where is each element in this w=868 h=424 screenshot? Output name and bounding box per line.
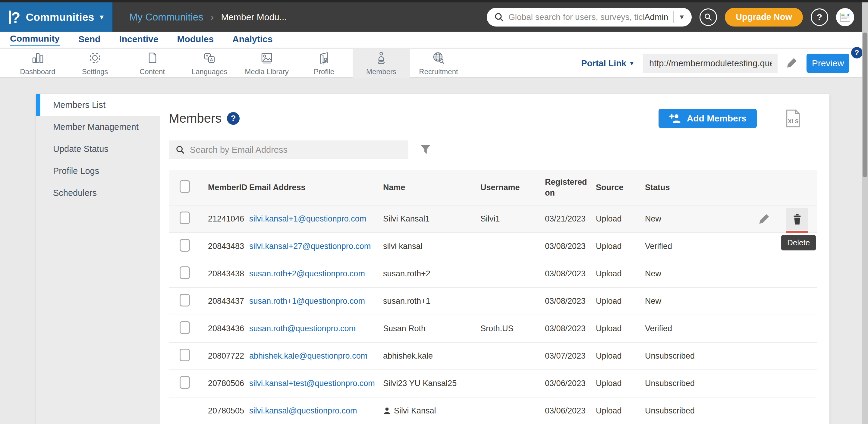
toolbar-item-content[interactable]: Content	[124, 49, 181, 78]
toolbar-item-recruitment[interactable]: Recruitment	[410, 49, 467, 78]
export-xls-button[interactable]: XLS	[784, 109, 801, 128]
member-registered-on: 03/07/2023	[545, 351, 596, 361]
row-checkbox[interactable]	[180, 321, 190, 334]
members-card: Members List Member Management Update St…	[36, 94, 830, 424]
scope-chevron-down-icon[interactable]: ▼	[678, 13, 685, 21]
breadcrumb: My Communities › Member Modu...	[129, 11, 287, 23]
member-source: Upload	[596, 242, 645, 251]
sidebar-item-members-list[interactable]: Members List	[36, 94, 160, 116]
search-button[interactable]	[700, 8, 717, 26]
help-button[interactable]: ?	[811, 8, 828, 26]
member-id: 20843437	[208, 297, 249, 306]
row-checkbox[interactable]	[180, 376, 190, 389]
table-row: 20780506 silvi.kansal+test@questionpro.c…	[169, 370, 817, 397]
header-member-id: MemberID	[208, 183, 249, 192]
edit-url-icon[interactable]	[786, 57, 798, 70]
portal-link-dropdown[interactable]: Portal Link ▼	[581, 58, 635, 68]
search-icon	[494, 12, 504, 22]
member-email-link[interactable]: susan.roth+2@questionpro.com	[249, 269, 365, 278]
tab-send[interactable]: Send	[79, 34, 100, 46]
upgrade-now-button[interactable]: Upgrade Now	[725, 8, 803, 27]
member-email-link[interactable]: susan.roth@questionpro.com	[249, 324, 355, 333]
members-help-icon[interactable]: ?	[227, 112, 240, 125]
toolbar-item-members[interactable]: Members	[352, 49, 410, 78]
top-bar-actions: Admin ▼ Upgrade Now ?	[487, 8, 868, 27]
member-id: 21241046	[208, 214, 249, 223]
member-source: Upload	[596, 324, 645, 333]
select-all-checkbox[interactable]	[180, 180, 190, 193]
toolbar-item-settings[interactable]: Settings	[66, 49, 124, 78]
edit-member-icon[interactable]	[758, 213, 770, 225]
page-scrollbar[interactable]	[862, 2, 868, 424]
filter-icon[interactable]	[419, 144, 432, 156]
preview-button-wrap: Preview ?	[807, 54, 849, 73]
search-icon	[176, 145, 185, 155]
breadcrumb-my-communities[interactable]: My Communities	[129, 11, 204, 23]
header-email: Email Address	[249, 183, 383, 192]
toolbar-item-profile[interactable]: Profile	[296, 49, 352, 78]
preview-help-icon[interactable]: ?	[851, 47, 863, 58]
global-search-input[interactable]	[508, 12, 644, 22]
table-row: 20807722 abhishek.kale@questionpro.com a…	[169, 343, 817, 370]
primary-nav: Community Send Incentive Modules Analyti…	[0, 32, 868, 48]
questionpro-logo-icon: ?	[9, 9, 21, 25]
person-icon	[383, 407, 391, 415]
member-email-link[interactable]: susan.roth+1@questionpro.com	[249, 297, 365, 306]
row-checkbox[interactable]	[180, 212, 190, 224]
sidebar-item-schedulers[interactable]: Schedulers	[36, 182, 160, 204]
member-search-input[interactable]	[190, 145, 402, 155]
delete-member-button[interactable]: Delete	[786, 208, 808, 230]
tab-incentive[interactable]: Incentive	[119, 34, 158, 46]
add-person-icon	[669, 112, 682, 125]
row-checkbox[interactable]	[180, 266, 190, 279]
portal-url-field[interactable]	[643, 54, 778, 73]
member-registered-on: 03/08/2023	[545, 268, 596, 279]
divider	[673, 11, 674, 23]
member-email-link[interactable]: silvi.kansal+27@questionpro.com	[249, 242, 371, 251]
product-switcher[interactable]: ? Communities ▾	[0, 2, 113, 32]
search-scope-admin[interactable]: Admin	[644, 12, 668, 22]
member-registered-on: 03/06/2023	[545, 378, 596, 389]
member-pin-icon	[374, 51, 389, 65]
member-name: Silvi23 YU Kansal25	[383, 379, 457, 388]
sidebar-item-member-management[interactable]: Member Management	[36, 116, 160, 138]
header-source: Source	[596, 183, 645, 192]
toolbar-item-languages[interactable]: * A Languages	[181, 49, 238, 78]
row-checkbox[interactable]	[180, 294, 190, 306]
delete-tooltip: Delete	[781, 235, 816, 250]
global-search[interactable]: Admin ▼	[487, 8, 692, 27]
member-status: Unsubscribed	[645, 352, 719, 361]
chevron-down-icon: ▼	[629, 60, 635, 67]
tab-analytics[interactable]: Analytics	[232, 34, 273, 46]
member-status: New	[645, 269, 719, 278]
member-name: Silvi Kansal1	[383, 214, 430, 223]
member-email-link[interactable]: abhishek.kale@questionpro.com	[249, 352, 367, 360]
member-search[interactable]	[169, 141, 408, 159]
member-source: Upload	[596, 406, 645, 416]
table-row: 20780505 silvi.kansal@questionpro.com Si…	[169, 397, 817, 424]
user-avatar[interactable]	[836, 8, 854, 26]
header-registered-on: Registered on	[545, 177, 596, 199]
tab-modules[interactable]: Modules	[177, 34, 214, 46]
row-checkbox[interactable]	[180, 349, 190, 361]
member-source: Upload	[596, 379, 645, 388]
preview-button[interactable]: Preview	[807, 54, 849, 73]
member-email-link[interactable]: silvi.kansal@questionpro.com	[249, 406, 357, 415]
members-main: Members ? Add Members	[160, 94, 830, 424]
add-members-button[interactable]: Add Members	[658, 109, 757, 128]
toolbar-item-media-library[interactable]: Media Library	[238, 49, 296, 78]
member-id: 20843438	[208, 269, 249, 278]
member-username: Silvi1	[480, 214, 545, 223]
member-status: Unsubscribed	[645, 379, 719, 388]
top-bar: ? Communities ▾ My Communities › Member …	[0, 2, 868, 32]
member-email-link[interactable]: silvi.kansal+test@questionpro.com	[249, 379, 375, 388]
toolbar-item-dashboard[interactable]: Dashboard	[9, 49, 66, 78]
row-checkbox[interactable]	[180, 239, 190, 252]
sidebar-item-update-status[interactable]: Update Status	[36, 138, 160, 160]
scrollbar-thumb[interactable]	[863, 33, 867, 177]
sidebar-item-profile-logs[interactable]: Profile Logs	[36, 160, 160, 182]
member-email-link[interactable]: silvi.kansal+1@questionpro.com	[249, 214, 366, 223]
tab-community[interactable]: Community	[10, 33, 60, 46]
member-id: 20843483	[208, 242, 249, 251]
member-source: Upload	[596, 352, 645, 361]
